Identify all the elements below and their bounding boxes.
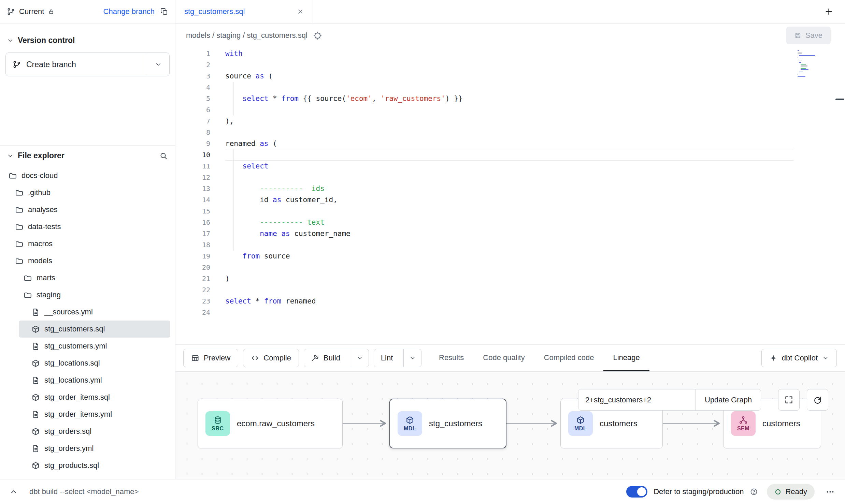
tree-item-stg-orders-yml[interactable]: stg_orders.yml xyxy=(0,440,175,457)
change-branch-link[interactable]: Change branch xyxy=(103,7,155,16)
preview-label: Preview xyxy=(204,354,230,362)
refresh-button[interactable] xyxy=(807,389,828,411)
code-line-14[interactable]: 14 id as customer_id, xyxy=(175,194,845,206)
fullscreen-button[interactable] xyxy=(778,389,800,411)
tree-item-stg-customers-yml[interactable]: stg_customers.yml xyxy=(0,338,175,355)
code-line-13[interactable]: 13 ---------- ids xyxy=(175,183,845,194)
panel-tab-lineage[interactable]: Lineage xyxy=(603,345,649,371)
tree-item-label: stg_locations.yml xyxy=(44,376,102,385)
lint-button-main[interactable]: Lint xyxy=(374,349,399,367)
code-text: select * from renamed xyxy=(225,296,316,307)
tree-item-label: analyses xyxy=(28,205,58,214)
line-number: 9 xyxy=(175,138,210,149)
create-branch-options[interactable] xyxy=(147,53,169,76)
tree-item-data-tests[interactable]: data-tests xyxy=(0,218,175,235)
folder-icon xyxy=(24,291,32,299)
code-line-8[interactable]: 8 xyxy=(175,127,845,138)
code-line-6[interactable]: 6 xyxy=(175,104,845,116)
tree-item-analyses[interactable]: analyses xyxy=(0,201,175,218)
code-text: name as customer_name xyxy=(225,228,350,239)
tree-item-stg-order-items-yml[interactable]: stg_order_items.yml xyxy=(0,406,175,423)
panel-tab-compiled-code[interactable]: Compiled code xyxy=(534,345,604,371)
code-line-16[interactable]: 16 ---------- text xyxy=(175,217,845,228)
lineage-node-mdl-stg-customers[interactable]: MDLstg_customers xyxy=(389,399,506,448)
tree-item-stg-locations-yml[interactable]: stg_locations.yml xyxy=(0,372,175,389)
code-line-15[interactable]: 15 xyxy=(175,206,845,217)
build-button-main[interactable]: Build xyxy=(304,349,346,367)
code-line-17[interactable]: 17 name as customer_name xyxy=(175,228,845,239)
code-line-18[interactable]: 18 xyxy=(175,239,845,251)
chevron-down-icon xyxy=(409,355,416,361)
code-line-24[interactable]: 24 xyxy=(175,307,845,318)
copy-icon[interactable] xyxy=(160,8,168,16)
code-line-22[interactable]: 22 xyxy=(175,284,845,296)
scrollbar-thumb[interactable] xyxy=(835,99,844,100)
create-branch-main[interactable]: Create branch xyxy=(6,53,147,76)
compile-button[interactable]: Compile xyxy=(243,349,299,367)
version-control-header[interactable]: Version control xyxy=(0,24,175,53)
plus-icon[interactable] xyxy=(824,7,833,16)
tree-item-label: macros xyxy=(28,239,53,248)
panel-tab-code-quality[interactable]: Code quality xyxy=(473,345,534,371)
lineage-selector-input[interactable] xyxy=(578,389,696,410)
lint-options-button[interactable] xyxy=(403,349,421,367)
tree-item-staging[interactable]: staging xyxy=(0,286,175,303)
tree-item-stg-products-sql[interactable]: stg_products.sql xyxy=(0,457,175,474)
tree-item-label: .github xyxy=(28,188,51,197)
dbt-copilot-button[interactable]: dbt Copilot xyxy=(761,349,837,367)
line-number: 18 xyxy=(175,239,210,251)
model-icon xyxy=(31,461,40,470)
current-branch-selector[interactable]: Current xyxy=(7,7,54,16)
chevron-up-icon[interactable] xyxy=(10,488,18,496)
file-explorer-header[interactable]: File explorer xyxy=(0,146,175,164)
tree-item-docs-cloud[interactable]: docs-cloud xyxy=(0,167,175,184)
code-line-3[interactable]: 3source as ( xyxy=(175,71,845,82)
code-line-19[interactable]: 19 from source xyxy=(175,251,845,262)
code-line-1[interactable]: 1with xyxy=(175,48,845,59)
tree-item-stg-customers-sql[interactable]: stg_customers.sql xyxy=(19,321,170,338)
file-icon xyxy=(31,342,40,351)
code-text: ) xyxy=(225,273,230,284)
code-line-7[interactable]: 7), xyxy=(175,116,845,127)
tree-item-marts[interactable]: marts xyxy=(0,269,175,286)
tree-item-stg-locations-sql[interactable]: stg_locations.sql xyxy=(0,355,175,372)
code-line-2[interactable]: 2 xyxy=(175,59,845,71)
code-line-12[interactable]: 12 xyxy=(175,172,845,183)
status-badge[interactable]: Ready xyxy=(767,484,815,500)
search-icon[interactable] xyxy=(159,152,168,160)
lineage-node-src-ecom-raw-customers[interactable]: SRCecom.raw_customers xyxy=(198,399,343,448)
ellipsis-icon[interactable] xyxy=(826,487,835,496)
defer-toggle[interactable] xyxy=(626,486,647,498)
help-icon[interactable] xyxy=(750,488,758,496)
tree-item-models[interactable]: models xyxy=(0,252,175,269)
close-icon[interactable] xyxy=(297,8,304,15)
code-line-10[interactable]: 10 xyxy=(175,149,845,161)
build-button: Build xyxy=(304,349,369,367)
tree-item-sources-yml[interactable]: __sources.yml xyxy=(0,303,175,321)
code-line-21[interactable]: 21) xyxy=(175,273,845,284)
code-line-23[interactable]: 23select * from renamed xyxy=(175,296,845,307)
tree-item-stg-orders-sql[interactable]: stg_orders.sql xyxy=(0,423,175,440)
panel-tabs: ResultsCode qualityCompiled codeLineage xyxy=(429,345,649,371)
line-number: 15 xyxy=(175,206,210,217)
table-icon xyxy=(191,354,199,362)
code-editor[interactable]: 1with23source as (45 select * from {{ so… xyxy=(175,47,845,344)
tree-item-macros[interactable]: macros xyxy=(0,235,175,252)
line-number: 2 xyxy=(175,59,210,71)
status-bar-right: Defer to staging/production Ready xyxy=(626,484,835,500)
code-line-5[interactable]: 5 select * from {{ source('ecom', 'raw_c… xyxy=(175,93,845,104)
tree-item-stg-order-items-sql[interactable]: stg_order_items.sql xyxy=(0,389,175,406)
panel-tab-results[interactable]: Results xyxy=(429,345,473,371)
save-button[interactable]: Save xyxy=(786,27,831,44)
tree-item-github[interactable]: .github xyxy=(0,184,175,201)
tab-stg-customers-sql[interactable]: stg_customers.sql xyxy=(175,0,313,23)
code-line-20[interactable]: 20 xyxy=(175,262,845,273)
update-graph-button[interactable]: Update Graph xyxy=(696,389,761,410)
build-options-button[interactable] xyxy=(351,349,369,367)
line-number: 14 xyxy=(175,194,210,206)
code-line-9[interactable]: 9renamed as ( xyxy=(175,138,845,149)
file-icon xyxy=(31,444,40,453)
preview-button[interactable]: Preview xyxy=(183,349,238,367)
code-line-4[interactable]: 4 xyxy=(175,82,845,93)
code-line-11[interactable]: 11 select xyxy=(175,161,845,172)
